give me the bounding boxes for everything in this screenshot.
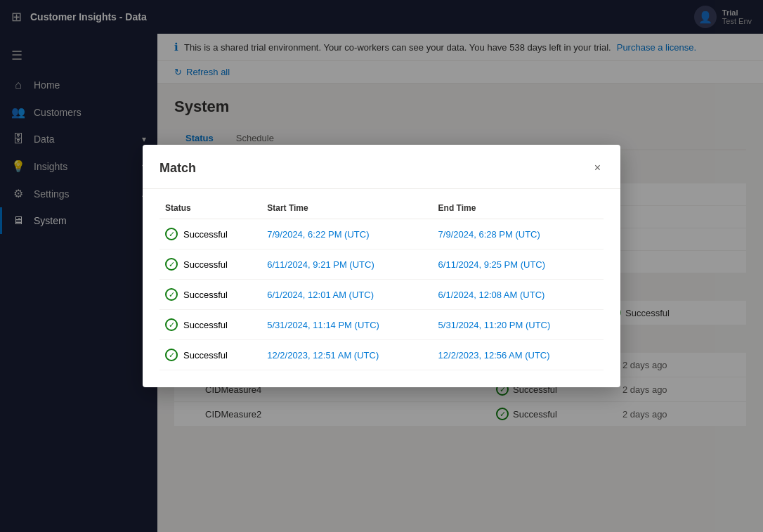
col-header-start: Start Time (261, 195, 432, 219)
status-text: Successful (183, 320, 228, 330)
success-icon: ✓ (165, 228, 178, 240)
status-cell: ✓ Successful (159, 310, 261, 340)
table-row: ✓ Successful 6/11/2024, 9:21 PM (UTC) 6/… (159, 249, 604, 280)
start-time: 7/9/2024, 6:22 PM (UTC) (261, 219, 432, 249)
modal-header: Match × (143, 145, 620, 189)
table-row: ✓ Successful 12/2/2023, 12:51 AM (UTC) 1… (159, 340, 604, 370)
end-time: 6/11/2024, 9:25 PM (UTC) (433, 249, 604, 280)
success-icon: ✓ (165, 288, 178, 301)
col-header-status: Status (159, 195, 261, 219)
start-time: 12/2/2023, 12:51 AM (UTC) (261, 340, 432, 370)
success-icon: ✓ (165, 349, 178, 361)
modal-table: Status Start Time End Time ✓ Successful … (159, 195, 604, 370)
col-header-end: End Time (433, 195, 604, 219)
modal-close-button[interactable]: × (592, 159, 604, 177)
table-row: ✓ Successful 7/9/2024, 6:22 PM (UTC) 7/9… (159, 219, 604, 249)
status-cell: ✓ Successful (159, 340, 261, 370)
start-time: 6/11/2024, 9:21 PM (UTC) (261, 249, 432, 280)
end-time: 12/2/2023, 12:56 AM (UTC) (433, 340, 604, 370)
end-time: 5/31/2024, 11:20 PM (UTC) (433, 310, 604, 340)
status-text: Successful (183, 229, 228, 240)
status-cell: ✓ Successful (159, 249, 261, 280)
success-icon: ✓ (165, 258, 178, 271)
modal: Match × Status Start Time End Time ✓ Suc… (143, 145, 620, 387)
end-time: 7/9/2024, 6:28 PM (UTC) (433, 219, 604, 249)
status-text: Successful (183, 290, 228, 300)
success-icon: ✓ (165, 318, 178, 331)
table-row: ✓ Successful 6/1/2024, 12:01 AM (UTC) 6/… (159, 280, 604, 310)
table-row: ✓ Successful 5/31/2024, 11:14 PM (UTC) 5… (159, 310, 604, 340)
modal-title: Match (159, 161, 196, 176)
status-cell: ✓ Successful (159, 280, 261, 310)
modal-overlay[interactable]: Match × Status Start Time End Time ✓ Suc… (0, 0, 763, 532)
start-time: 5/31/2024, 11:14 PM (UTC) (261, 310, 432, 340)
start-time: 6/1/2024, 12:01 AM (UTC) (261, 280, 432, 310)
end-time: 6/1/2024, 12:08 AM (UTC) (433, 280, 604, 310)
status-cell: ✓ Successful (159, 219, 261, 249)
modal-body: Status Start Time End Time ✓ Successful … (143, 189, 620, 387)
status-text: Successful (183, 350, 228, 361)
status-text: Successful (183, 259, 228, 270)
